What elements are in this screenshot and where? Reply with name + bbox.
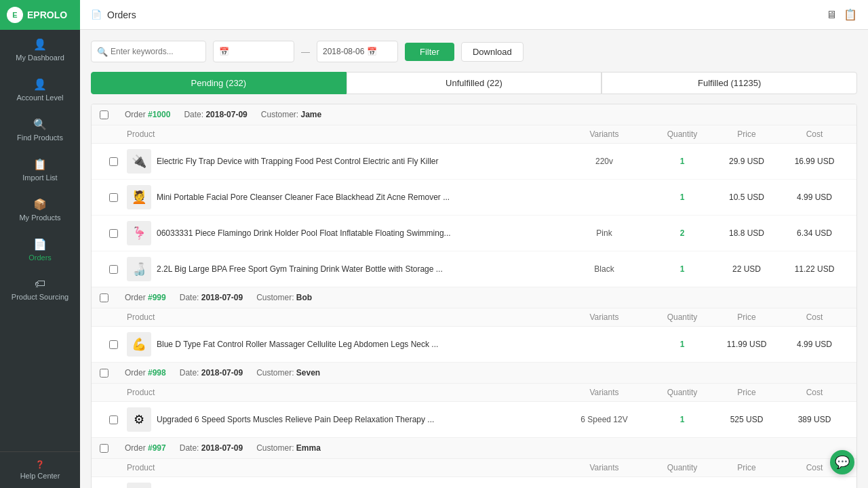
col-header: Price	[713, 312, 781, 322]
variant-cell: 6 Speed 12V	[557, 415, 652, 424]
download-button[interactable]: Download	[461, 42, 524, 62]
sidebar-item-dashboard[interactable]: 👤 My Dashboard	[0, 30, 80, 70]
sidebar-item-label: My Products	[19, 214, 60, 222]
sidebar: E EPROLO 👤 My Dashboard 👤 Account Level …	[0, 0, 80, 488]
date-end-wrap[interactable]: 2018-08-06 📅	[317, 41, 398, 62]
search-wrap[interactable]: 🔍	[91, 41, 206, 62]
table-row: 🔌 Electric Fly Trap Device with Trapping…	[92, 144, 856, 180]
variant-cell: Pink	[557, 228, 652, 238]
tab-fulfilled[interactable]: Fulfilled (11235)	[601, 72, 857, 94]
product-checkbox[interactable]	[109, 265, 118, 274]
sidebar-item-find-products[interactable]: 🔍 Find Products	[0, 110, 80, 150]
col-header: Product	[127, 463, 557, 472]
product-name: 06033331 Piece Flamingo Drink Holder Poo…	[157, 228, 451, 239]
logo-icon: E	[7, 7, 23, 23]
product-image: ⚙	[127, 407, 151, 432]
col-header: Product	[127, 312, 557, 322]
import-list-icon: 📋	[33, 158, 47, 171]
tab-pending[interactable]: Pending (232)	[91, 72, 347, 94]
col-header	[100, 129, 127, 139]
date-separator: —	[301, 47, 310, 57]
sidebar-item-orders[interactable]: 📄 Orders	[0, 230, 80, 270]
col-header: Price	[713, 129, 781, 139]
chat-bubble[interactable]: 💬	[830, 450, 854, 474]
price-cell: 11.99 USD	[713, 340, 781, 349]
filter-button[interactable]: Filter	[405, 43, 454, 61]
order-customer: Customer: Bob	[256, 293, 312, 302]
order-group-order-1000: Order #1000 Date: 2018-07-09 Customer: J…	[92, 104, 856, 287]
price-cell: 525 USD	[713, 415, 781, 424]
table-row: 🦩 06033331 Piece Flamingo Drink Holder P…	[92, 216, 856, 251]
order-date: Date: 2018-07-09	[180, 293, 243, 302]
clipboard-icon[interactable]: 📋	[844, 8, 857, 21]
product-checkbox-cell	[100, 157, 127, 166]
topbar-right: 🖥 📋	[826, 8, 857, 21]
order-checkbox[interactable]	[100, 444, 108, 453]
order-checkbox[interactable]	[100, 369, 108, 378]
logo[interactable]: E EPROLO	[0, 0, 80, 30]
order-header: Order #1000 Date: 2018-07-09 Customer: J…	[92, 104, 856, 125]
sidebar-item-label: Find Products	[17, 134, 63, 142]
col-header: Quantity	[652, 463, 713, 472]
filter-bar: 🔍 📅 — 2018-08-06 📅 Filter Download	[91, 41, 857, 62]
cost-cell: 6.34 USD	[781, 228, 848, 238]
sidebar-item-my-products[interactable]: 📦 My Products	[0, 190, 80, 230]
product-checkbox[interactable]	[109, 340, 118, 349]
order-group-order-997: Order #997 Date: 2018-07-09 Customer: Em…	[92, 438, 856, 488]
col-header: Variants	[557, 312, 652, 322]
table-row: 💪 Blue D Type Fat Control Roller Massage…	[92, 327, 856, 362]
product-image: 💪	[127, 332, 151, 357]
table-row: 💄 Mini Razor Makeup Tool Electric Hair R…	[92, 477, 856, 488]
order-number: Order #998	[125, 368, 166, 378]
product-image: 🦩	[127, 221, 151, 245]
col-header: Cost	[781, 129, 848, 139]
product-checkbox[interactable]	[109, 193, 118, 202]
col-header: Quantity	[652, 388, 713, 397]
date-end-value: 2018-08-06	[323, 47, 364, 56]
cost-cell: 4.99 USD	[781, 340, 848, 349]
order-number: Order #999	[125, 293, 166, 302]
table-row: 🍶 2.2L Big Large BPA Free Sport Gym Trai…	[92, 251, 856, 287]
order-header: Order #997 Date: 2018-07-09 Customer: Em…	[92, 438, 856, 459]
product-name: 2.2L Big Large BPA Free Sport Gym Traini…	[157, 264, 443, 275]
col-header	[100, 312, 127, 322]
quantity-cell: 2	[652, 228, 713, 238]
product-checkbox[interactable]	[109, 157, 118, 166]
product-info: 🦩 06033331 Piece Flamingo Drink Holder P…	[127, 221, 557, 245]
product-image: 💆	[127, 185, 151, 209]
dashboard-icon: 👤	[33, 38, 47, 51]
quantity-cell: 1	[652, 340, 713, 349]
my-products-icon: 📦	[33, 198, 47, 211]
product-info: 💄 Mini Razor Makeup Tool Electric Hair R…	[127, 483, 557, 488]
help-center[interactable]: ❓ Help Center	[0, 452, 80, 488]
search-input[interactable]	[111, 47, 205, 56]
sidebar-item-account-level[interactable]: 👤 Account Level	[0, 70, 80, 110]
date-start-wrap[interactable]: 📅	[213, 41, 294, 62]
col-header: Variants	[557, 388, 652, 397]
topbar-left: 📄 Orders	[91, 9, 136, 20]
product-info: 🍶 2.2L Big Large BPA Free Sport Gym Trai…	[127, 257, 557, 281]
sidebar-item-import-list[interactable]: 📋 Import List	[0, 150, 80, 190]
order-checkbox[interactable]	[100, 293, 108, 302]
product-checkbox-cell	[100, 229, 127, 238]
price-cell: 29.9 USD	[713, 157, 781, 166]
sidebar-item-product-sourcing[interactable]: 🏷 Product Sourcing	[0, 270, 80, 309]
col-headers-row: ProductVariantsQuantityPriceCost	[92, 384, 856, 402]
monitor-icon[interactable]: 🖥	[826, 9, 837, 21]
sidebar-item-label: Product Sourcing	[12, 293, 68, 301]
topbar: 📄 Orders 🖥 📋	[80, 0, 868, 30]
col-header: Cost	[781, 388, 848, 397]
quantity-cell: 1	[652, 157, 713, 166]
col-header: Quantity	[652, 129, 713, 139]
cost-cell: 11.22 USD	[781, 264, 848, 274]
help-label: Help Center	[20, 472, 60, 480]
order-checkbox[interactable]	[100, 110, 108, 119]
tab-unfulfilled[interactable]: Unfulfilled (22)	[347, 72, 602, 94]
product-checkbox-cell	[100, 415, 127, 424]
product-checkbox[interactable]	[109, 415, 118, 424]
quantity-cell: 1	[652, 264, 713, 274]
order-number: Order #1000	[125, 110, 170, 119]
col-header: Variants	[557, 129, 652, 139]
product-checkbox[interactable]	[109, 229, 118, 238]
sidebar-item-label: Import List	[22, 174, 57, 182]
